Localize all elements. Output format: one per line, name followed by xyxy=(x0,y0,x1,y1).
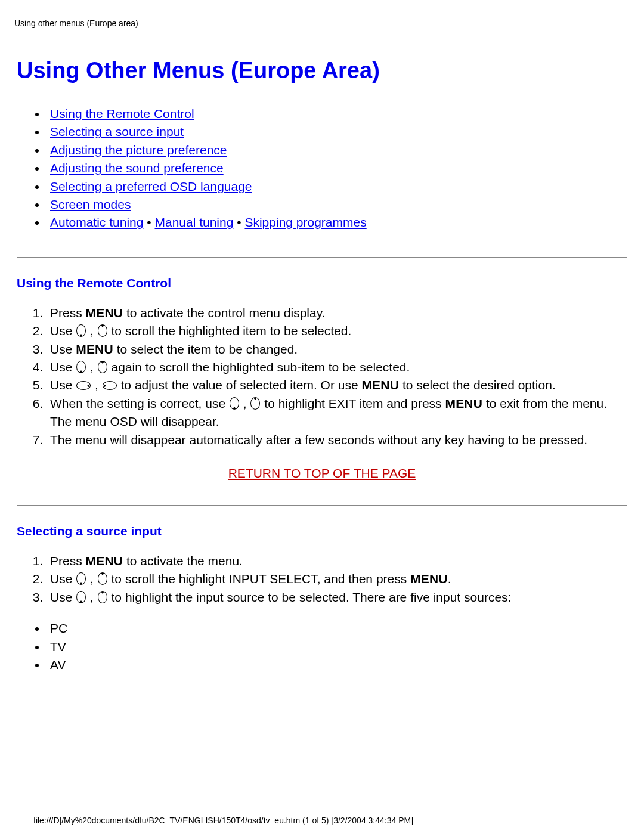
nav-item: Using the Remote Control xyxy=(47,105,627,123)
nav-item: Screen modes xyxy=(47,196,627,213)
list-item: Use , to scroll the highlighted item to … xyxy=(47,322,627,340)
text: Use xyxy=(50,324,76,337)
text: , xyxy=(86,590,97,604)
remote-steps: Press MENU to activate the control menu … xyxy=(47,304,627,450)
nav-sep: • xyxy=(233,215,244,229)
nav-item: Adjusting the picture preference xyxy=(47,141,627,159)
divider xyxy=(17,257,627,258)
text: Use xyxy=(50,342,76,356)
menu-label: MENU xyxy=(86,554,123,568)
text: Press xyxy=(50,306,86,320)
text: to adjust the value of selected item. Or… xyxy=(117,378,362,392)
down-arrow-icon xyxy=(250,397,260,410)
down-arrow-icon xyxy=(98,572,107,585)
page-title: Using Other Menus (Europe Area) xyxy=(17,55,627,87)
text: Use xyxy=(50,360,76,374)
list-item: When the setting is correct, use , to hi… xyxy=(47,395,627,431)
up-arrow-icon xyxy=(230,397,239,410)
nav-link-skip[interactable]: Skipping programmes xyxy=(244,215,366,229)
footer-path: file:///D|/My%20documents/dfu/B2C_TV/ENG… xyxy=(33,815,413,827)
nav-item: Selecting a source input xyxy=(47,123,627,141)
text: . xyxy=(448,572,451,586)
list-item: The menu will disappear automatically af… xyxy=(47,431,627,449)
text: , xyxy=(86,324,97,337)
text: When the setting is correct, use xyxy=(50,397,229,410)
text: to highlight the input source to be sele… xyxy=(108,590,512,604)
text: Press xyxy=(50,554,86,568)
list-item: Use , to adjust the value of selected it… xyxy=(47,376,627,394)
nav-list: Using the Remote Control Selecting a sou… xyxy=(47,105,627,232)
list-item: PC xyxy=(47,620,627,637)
text: to highlight EXIT item and press xyxy=(261,397,445,410)
list-item: Use , to highlight the input source to b… xyxy=(47,589,627,606)
menu-label: MENU xyxy=(86,306,123,320)
nav-item: Adjusting the sound preference xyxy=(47,159,627,177)
nav-link-sound[interactable]: Adjusting the sound preference xyxy=(50,161,224,175)
text: , xyxy=(86,572,97,586)
nav-link-osd[interactable]: Selecting a preferred OSD language xyxy=(50,179,252,193)
nav-link-source[interactable]: Selecting a source input xyxy=(50,125,184,138)
text: Use xyxy=(50,378,76,392)
nav-link-manual[interactable]: Manual tuning xyxy=(154,215,233,229)
nav-item: Automatic tuning • Manual tuning • Skipp… xyxy=(47,213,627,231)
up-arrow-icon xyxy=(76,572,86,585)
text: to activate the menu. xyxy=(123,554,243,568)
list-item: AV xyxy=(47,656,627,674)
left-arrow-icon xyxy=(76,381,91,390)
section-heading-remote: Using the Remote Control xyxy=(17,274,627,292)
up-arrow-icon xyxy=(76,361,86,373)
source-steps: Press MENU to activate the menu. Use , t… xyxy=(47,552,627,606)
up-arrow-icon xyxy=(76,324,86,337)
text: to select the desired option. xyxy=(399,378,556,392)
header-path: Using other menus (Europe area) xyxy=(14,18,627,30)
text: to activate the control menu display. xyxy=(123,306,325,320)
text: , xyxy=(91,378,102,392)
list-item: Use MENU to select the item to be change… xyxy=(47,340,627,358)
nav-link-screen[interactable]: Screen modes xyxy=(50,197,131,211)
text: to select the item to be changed. xyxy=(113,342,298,356)
text: to scroll the highlighted item to be sel… xyxy=(108,324,352,337)
up-arrow-icon xyxy=(76,591,86,603)
down-arrow-icon xyxy=(98,361,107,373)
text: again to scroll the highlighted sub-item… xyxy=(108,360,410,374)
down-arrow-icon xyxy=(98,591,107,603)
return-to-top-link[interactable]: RETURN TO TOP OF THE PAGE xyxy=(17,465,627,482)
source-list: PC TV AV xyxy=(47,620,627,674)
text: Use xyxy=(50,572,76,586)
list-item: Use , again to scroll the highlighted su… xyxy=(47,358,627,376)
text: to scroll the highlight INPUT SELECT, an… xyxy=(108,572,410,586)
menu-label: MENU xyxy=(76,342,113,356)
right-arrow-icon xyxy=(103,381,117,390)
nav-link-remote[interactable]: Using the Remote Control xyxy=(50,107,194,120)
menu-label: MENU xyxy=(410,572,448,586)
list-item: TV xyxy=(47,638,627,656)
list-item: Press MENU to activate the control menu … xyxy=(47,304,627,322)
nav-link-auto[interactable]: Automatic tuning xyxy=(50,215,143,229)
menu-label: MENU xyxy=(445,397,482,410)
list-item: Use , to scroll the highlight INPUT SELE… xyxy=(47,570,627,588)
section-heading-source: Selecting a source input xyxy=(17,522,627,540)
list-item: Press MENU to activate the menu. xyxy=(47,552,627,570)
text: Use xyxy=(50,590,76,604)
menu-label: MENU xyxy=(361,378,399,392)
text: , xyxy=(240,397,250,410)
text: , xyxy=(86,360,97,374)
nav-link-picture[interactable]: Adjusting the picture preference xyxy=(50,143,227,157)
nav-sep: • xyxy=(143,215,154,229)
nav-item: Selecting a preferred OSD language xyxy=(47,178,627,196)
down-arrow-icon xyxy=(98,324,107,337)
divider xyxy=(17,505,627,506)
